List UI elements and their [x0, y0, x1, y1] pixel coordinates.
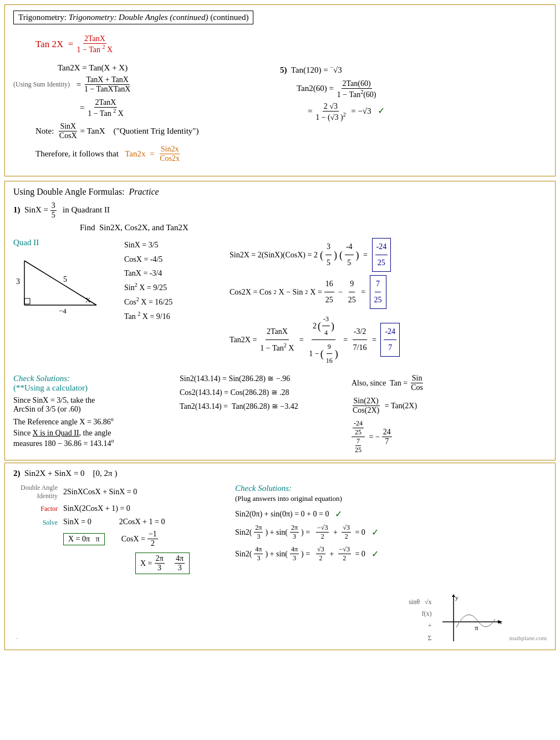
- sin2x-calc: Sin2X = 2(SinX)(CosX) = 2 ( 3 5 ) ( -4 5…: [230, 238, 547, 272]
- step-factor-formula: SinX(2CosX + 1) = 0: [63, 504, 130, 513]
- problem1-work: Quad II 3 5 −4 X: [13, 238, 547, 367]
- section1: Trigonometry: Trigonometry: Double Angle…: [4, 4, 556, 176]
- cos2x-f1: 16 25: [324, 276, 334, 308]
- problem2-title: 2) Sin2X + SinX = 0 [0, 2π ): [13, 469, 547, 478]
- note-frac: SinX CosX: [58, 122, 78, 140]
- section-title: Trigonometry: Trigonometry: Double Angle…: [13, 11, 253, 24]
- step-identity: Double AngleIdentity 2SinXCosX + SinX = …: [13, 484, 224, 500]
- svg-text:X: X: [85, 296, 91, 304]
- problem1-find: Find Sin2X, Cos2X, and Tan2X: [80, 223, 547, 232]
- p1-formulas: Sin2X = 2(SinX)(CosX) = 2 ( 3 5 ) ( -4 5…: [230, 238, 547, 367]
- tan2x-f1: 2TanX 1 − Tan2 X: [259, 324, 295, 356]
- check-ref: The Reference angle X = 36.86o: [13, 416, 169, 427]
- problem2-steps: Double AngleIdentity 2SinXCosX + SinX = …: [13, 484, 224, 577]
- check-since: Since SinX = 3/5, take theArcSin of 3/5 …: [13, 396, 169, 414]
- svg-text:x: x: [499, 619, 502, 625]
- footer-area: . sinθ √x f(x) + Σ: [13, 589, 547, 644]
- p1-values: SinX = 3/5 CosX = -4/5 TanX = -3/4 Sin2 …: [124, 238, 224, 323]
- example5-frac1: 2Tan(60) 1 − Tan2(60): [336, 79, 378, 99]
- example5-frac2: 2 √3 1 − (√3 )2: [314, 102, 347, 122]
- solve-answers: X = 0π π CosX = −1 2: [63, 530, 190, 548]
- check-solutions: Check Solutions: (**Using a calculator) …: [13, 374, 547, 454]
- example5: 5) Tan(120) = −√3 Tan2(60) = 2Tan(60) 1 …: [280, 59, 547, 168]
- tan2x-f3: -3/2 7/16: [352, 324, 368, 356]
- tan2x-fraction: 2TanX 1 − Tan 2 X: [76, 34, 114, 54]
- tan2x-answer: -24 7: [380, 323, 400, 357]
- problem2-work: Double AngleIdentity 2SinXCosX + SinX = …: [13, 484, 547, 577]
- check-sub: (**Using a calculator): [13, 383, 169, 393]
- svg-text:−4: −4: [59, 307, 67, 315]
- note-line: Note: SinX CosX = TanX ("Quotient Trig I…: [35, 122, 280, 140]
- step-solve: Solve SinX = 0 2CosX + 1 = 0 X = 0π π Co…: [13, 518, 224, 574]
- step-factor-label: Factor: [13, 505, 58, 513]
- step3-frac: 2TanX 1 − Tan 2 X: [86, 98, 125, 118]
- example5-step2: = 2 √3 1 − (√3 )2 = −√3 ✓: [308, 102, 547, 122]
- cos2x-calc: Cos2X = Cos2 X − Sin2X = 16 25 − 9 25 =: [230, 275, 547, 309]
- two-column-layout: Tan2X = Tan(X + X) (Using Sum Identity) …: [13, 59, 547, 168]
- sin2x-answer: -24 25: [372, 238, 391, 272]
- mathplane-label: mathplane.com: [509, 635, 547, 644]
- footer-labels: sinθ √x f(x) + Σ: [409, 596, 431, 644]
- section2: Using Double Angle Formulas: Practice 1)…: [4, 181, 556, 460]
- check-mid: Sin2(143.14) = Sin(286.28) ≅ −.96 Cos2(1…: [180, 374, 340, 454]
- p1-frac-given: 3 5: [50, 201, 57, 220]
- step-solve-label: Solve: [13, 518, 58, 527]
- tan2x-result-frac: Sin2x Cos2x: [159, 145, 181, 163]
- check2-1: Sin2(0π) + sin(0π) = 0 + 0 = 0 ✓: [235, 509, 547, 519]
- also-calc: -2425 725 = − 24 7: [352, 419, 547, 454]
- step-identity-formula: 2SinXCosX + SinX = 0: [63, 488, 137, 496]
- problem2-check: Check Solutions: (Plug answers into orig…: [235, 484, 547, 577]
- footer-graph: sinθ √x f(x) + Σ x y: [409, 594, 547, 644]
- section3: 2) Sin2X + SinX = 0 [0, 2π ) Double Angl…: [4, 463, 556, 650]
- also-sin: Also, since Tan = Sin Cos: [352, 374, 547, 392]
- svg-text:π: π: [475, 624, 478, 632]
- check2-sub: (Plug answers into original equation): [235, 494, 547, 503]
- triangle-svg: 3 5 −4 X: [13, 250, 110, 319]
- check2-2: Sin2( 2π 3 ) + sin( 2π 3 ) = −√3 2: [235, 524, 547, 541]
- check-right: Also, since Tan = Sin Cos Sin(2X) Cos(2X…: [352, 374, 547, 454]
- check-cos: Cos2(143.14) = Cos(286.28) ≅ .28: [180, 388, 340, 397]
- problem1-given: 1) SinX = 3 5 in Quadrant II: [13, 201, 547, 220]
- answer-box2: X = 2π 3 4π 3: [135, 553, 190, 574]
- checkmark1: ✓: [378, 107, 385, 116]
- cos2x-answer: 7 25: [370, 275, 386, 309]
- check-left: Check Solutions: (**Using a calculator) …: [13, 374, 169, 454]
- cosx-solve: CosX = −1 2: [121, 530, 158, 548]
- step-identity-label: Double AngleIdentity: [13, 484, 58, 500]
- solve-eq1: SinX = 0: [63, 518, 91, 526]
- step2-frac: TanX + TanX 1 − TanXTanX: [83, 75, 131, 94]
- step3: = 2TanX 1 − Tan 2 X: [80, 98, 280, 118]
- example5-given: 5) Tan(120) = −√3: [280, 64, 547, 75]
- step1: Tan2X = Tan(X + X): [58, 63, 280, 73]
- tan2x-calc: Tan2X = 2TanX 1 − Tan2 X = 2(-34) 1 −(91…: [230, 312, 547, 367]
- check2-label: Check Solutions:: [235, 484, 547, 493]
- cos2x-f2: 9 25: [347, 276, 357, 308]
- dot-label: .: [16, 633, 18, 641]
- step2: (Using Sum Identity) = TanX + TanX 1 − T…: [13, 75, 280, 94]
- solve-two-eqs: SinX = 0 2CosX + 1 = 0: [63, 518, 190, 526]
- svg-text:5: 5: [63, 275, 67, 283]
- svg-rect-3: [24, 298, 30, 304]
- example5-step1: Tan2(60) = 2Tan(60) 1 − Tan2(60): [297, 79, 547, 99]
- solve-eq2: 2CosX + 1 = 0: [119, 518, 165, 526]
- tan2x-result: Tan2x = Sin2x Cos2x: [125, 145, 181, 163]
- triangle-area: Quad II 3 5 −4 X: [13, 238, 119, 321]
- svg-text:y: y: [455, 594, 459, 601]
- sin2x-f2: -4 5: [345, 239, 354, 271]
- main-formula: Tan 2X = 2TanX 1 − Tan 2 X: [35, 34, 547, 54]
- axes-svg: x y π: [437, 594, 503, 644]
- section2-title: Using Double Angle Formulas: Practice: [13, 187, 547, 197]
- therefore-line: Therefore, it follows that Tan2x = Sin2x…: [35, 145, 280, 163]
- answer-box1: X = 0π π: [63, 533, 105, 545]
- check-tan: Tan2(143.14) = Tan(286.28) ≅ −3.42: [180, 402, 340, 411]
- svg-text:3: 3: [16, 277, 20, 286]
- check-label: Check Solutions:: [13, 374, 169, 383]
- sin2x-f1: 3 5: [325, 239, 332, 271]
- tan2x-f2: 2(-34) 1 −(916): [308, 312, 339, 367]
- problem1: 1) SinX = 3 5 in Quadrant II Find Sin2X,…: [13, 201, 547, 454]
- also-formula: Sin(2X) Cos(2X) = Tan(2X): [352, 397, 547, 415]
- quad-label: Quad II: [13, 238, 119, 247]
- check-quad2: Since X is in Quad II, the angle measure…: [13, 429, 169, 448]
- left-derivation: Tan2X = Tan(X + X) (Using Sum Identity) …: [13, 59, 280, 168]
- step-factor: Factor SinX(2CosX + 1) = 0: [13, 504, 224, 513]
